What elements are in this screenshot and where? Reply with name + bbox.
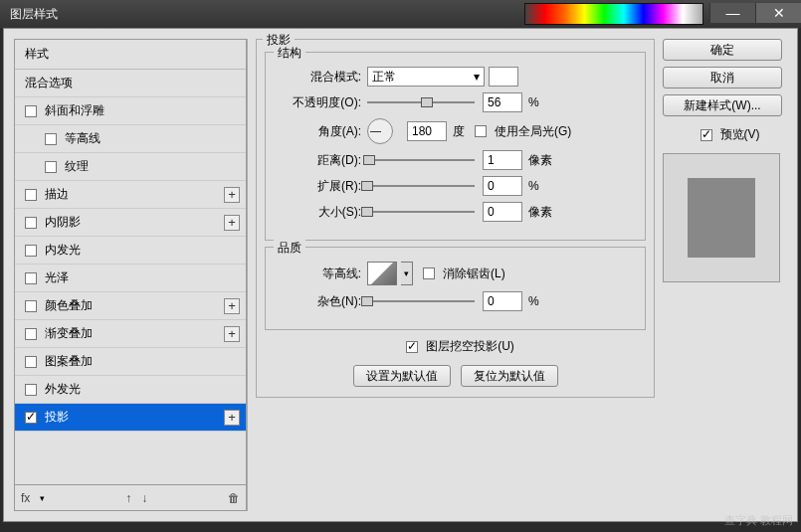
size-slider[interactable] bbox=[367, 205, 475, 219]
noise-slider[interactable] bbox=[367, 294, 475, 308]
titlebar: 图层样式 — ✕ bbox=[0, 0, 801, 28]
global-light-checkbox[interactable]: 使用全局光(G) bbox=[475, 123, 571, 140]
opacity-unit: % bbox=[528, 95, 539, 109]
sidebar-item-label: 光泽 bbox=[45, 270, 69, 284]
checkbox-icon[interactable] bbox=[25, 384, 37, 396]
sidebar-item-label: 图案叠加 bbox=[45, 354, 93, 368]
add-icon[interactable]: + bbox=[224, 215, 240, 231]
angle-unit: 度 bbox=[453, 123, 465, 140]
checkbox-icon[interactable] bbox=[25, 412, 37, 424]
sidebar-item-label: 颜色叠加 bbox=[45, 298, 93, 312]
sidebar-item-7[interactable]: 颜色叠加+ bbox=[15, 292, 246, 320]
contour-picker[interactable] bbox=[367, 262, 397, 285]
checkbox-icon[interactable] bbox=[25, 272, 37, 284]
minimize-button[interactable]: — bbox=[709, 3, 755, 23]
set-default-button[interactable]: 设置为默认值 bbox=[353, 365, 451, 387]
move-up-icon[interactable]: ↑ bbox=[125, 491, 131, 505]
layer-style-dialog: 样式 混合选项 斜面和浮雕等高线纹理描边+内阴影+内发光光泽颜色叠加+渐变叠加+… bbox=[3, 28, 798, 522]
distance-unit: 像素 bbox=[528, 152, 552, 169]
distance-input[interactable] bbox=[483, 150, 522, 170]
add-icon[interactable]: + bbox=[224, 187, 240, 203]
sidebar-item-5[interactable]: 内发光 bbox=[15, 237, 246, 265]
sidebar-item-10[interactable]: 外发光 bbox=[15, 376, 246, 404]
contour-label: 等高线: bbox=[276, 266, 367, 282]
close-button[interactable]: ✕ bbox=[755, 3, 801, 23]
sidebar-item-label: 渐变叠加 bbox=[45, 326, 93, 340]
distance-label: 距离(D): bbox=[276, 152, 367, 169]
window-title: 图层样式 bbox=[10, 6, 58, 23]
sidebar-item-9[interactable]: 图案叠加 bbox=[15, 348, 246, 376]
sidebar-header[interactable]: 样式 bbox=[15, 40, 246, 70]
checkbox-icon[interactable] bbox=[25, 105, 37, 117]
new-style-button[interactable]: 新建样式(W)... bbox=[663, 94, 782, 116]
opacity-input[interactable] bbox=[483, 92, 522, 112]
checkbox-icon[interactable] bbox=[25, 189, 37, 201]
checkbox-icon[interactable] bbox=[25, 328, 37, 340]
sidebar-item-2[interactable]: 纹理 bbox=[15, 153, 246, 181]
styles-sidebar: 样式 混合选项 斜面和浮雕等高线纹理描边+内阴影+内发光光泽颜色叠加+渐变叠加+… bbox=[14, 39, 248, 511]
sidebar-item-label: 斜面和浮雕 bbox=[45, 103, 104, 117]
add-icon[interactable]: + bbox=[224, 298, 240, 314]
structure-group: 结构 混合模式: 正常 ▾ 不透明度(O): % bbox=[265, 52, 646, 241]
checkbox-icon[interactable] bbox=[45, 133, 57, 145]
size-label: 大小(S): bbox=[276, 204, 367, 221]
preview-swatch bbox=[688, 178, 755, 258]
noise-input[interactable] bbox=[483, 291, 522, 311]
checkbox-icon[interactable] bbox=[25, 356, 37, 368]
sidebar-item-label: 投影 bbox=[45, 410, 69, 424]
blend-mode-select[interactable]: 正常 ▾ bbox=[367, 67, 485, 87]
opacity-slider[interactable] bbox=[367, 95, 475, 109]
chevron-down-icon: ▾ bbox=[474, 70, 480, 84]
move-down-icon[interactable]: ↓ bbox=[141, 491, 147, 505]
quality-legend: 品质 bbox=[274, 240, 305, 257]
sidebar-item-label: 纹理 bbox=[65, 159, 89, 173]
add-icon[interactable]: + bbox=[224, 410, 240, 426]
sidebar-blending-label: 混合选项 bbox=[25, 75, 73, 91]
add-icon[interactable]: + bbox=[224, 326, 240, 342]
sidebar-item-8[interactable]: 渐变叠加+ bbox=[15, 320, 246, 348]
sidebar-item-label: 内阴影 bbox=[45, 215, 81, 229]
shadow-color-swatch[interactable] bbox=[489, 67, 518, 87]
checkbox-icon[interactable] bbox=[45, 161, 57, 173]
angle-input[interactable] bbox=[407, 121, 447, 141]
reset-default-button[interactable]: 复位为默认值 bbox=[461, 365, 558, 387]
angle-dial[interactable] bbox=[367, 118, 393, 144]
sidebar-item-label: 等高线 bbox=[65, 131, 100, 145]
ok-button[interactable]: 确定 bbox=[663, 39, 782, 61]
noise-unit: % bbox=[528, 294, 539, 308]
structure-legend: 结构 bbox=[274, 45, 305, 62]
sidebar-item-0[interactable]: 斜面和浮雕 bbox=[15, 97, 246, 125]
quality-group: 品质 等高线: ▾ 消除锯齿(L) 杂色(N): % bbox=[265, 247, 646, 330]
distance-slider[interactable] bbox=[367, 153, 475, 167]
checkbox-icon[interactable] bbox=[25, 300, 37, 312]
sidebar-footer: fx ▾ ↑ ↓ 🗑 bbox=[14, 485, 247, 511]
opacity-label: 不透明度(O): bbox=[276, 94, 367, 111]
sidebar-item-label: 描边 bbox=[45, 187, 69, 201]
trash-icon[interactable]: 🗑 bbox=[228, 491, 240, 505]
color-spectrum bbox=[524, 3, 703, 25]
antialias-checkbox[interactable]: 消除锯齿(L) bbox=[423, 266, 505, 282]
sidebar-item-label: 内发光 bbox=[45, 243, 81, 257]
fx-icon[interactable]: fx bbox=[21, 491, 30, 505]
knockout-checkbox[interactable]: 图层挖空投影(U) bbox=[406, 338, 514, 355]
watermark: 查字典 教程网 bbox=[724, 513, 793, 528]
sidebar-item-label: 外发光 bbox=[45, 382, 81, 396]
preview-checkbox[interactable]: 预览(V) bbox=[701, 126, 760, 143]
sidebar-item-11[interactable]: 投影+ bbox=[15, 404, 246, 432]
right-column: 确定 取消 新建样式(W)... 预览(V) bbox=[663, 29, 797, 521]
spread-label: 扩展(R): bbox=[276, 178, 367, 195]
spread-slider[interactable] bbox=[367, 179, 475, 193]
cancel-button[interactable]: 取消 bbox=[663, 67, 782, 89]
spread-input[interactable] bbox=[483, 176, 522, 196]
size-input[interactable] bbox=[483, 202, 522, 222]
checkbox-icon[interactable] bbox=[25, 245, 37, 257]
sidebar-item-6[interactable]: 光泽 bbox=[15, 265, 246, 292]
angle-label: 角度(A): bbox=[276, 123, 367, 140]
size-unit: 像素 bbox=[528, 204, 552, 221]
sidebar-item-4[interactable]: 内阴影+ bbox=[15, 209, 246, 237]
checkbox-icon[interactable] bbox=[25, 217, 37, 229]
sidebar-item-blending[interactable]: 混合选项 bbox=[15, 70, 246, 97]
sidebar-item-1[interactable]: 等高线 bbox=[15, 125, 246, 153]
sidebar-item-3[interactable]: 描边+ bbox=[15, 181, 246, 209]
contour-dropdown-icon[interactable]: ▾ bbox=[401, 262, 413, 285]
